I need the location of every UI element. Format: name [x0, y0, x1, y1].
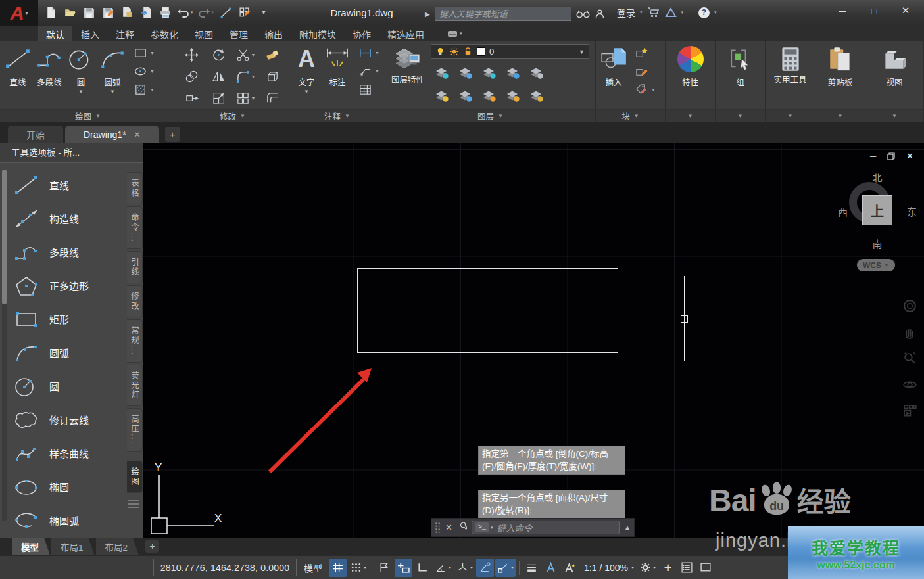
- snap-tracking-toggle[interactable]: [476, 559, 494, 577]
- open-button[interactable]: [62, 4, 77, 21]
- panel-footer-properties[interactable]: ▼: [666, 109, 715, 122]
- file-tab-start[interactable]: 开始: [8, 126, 63, 143]
- palette-tab-leaders[interactable]: 引线: [127, 251, 143, 283]
- erase-button[interactable]: [266, 48, 280, 62]
- command-input[interactable]: >_▾ 键入命令: [472, 521, 620, 534]
- palette-tab-fluorescent[interactable]: 荧光灯: [127, 365, 143, 407]
- palette-tab-modify[interactable]: 修改: [127, 285, 143, 317]
- help-icon[interactable]: ?: [698, 7, 710, 18]
- move-button[interactable]: [185, 48, 199, 62]
- user-icon[interactable]: [595, 6, 605, 22]
- tool-palette-header[interactable]: 工具选项板 - 所...: [0, 143, 143, 163]
- viewcube-west-label[interactable]: 西: [838, 204, 848, 218]
- palette-item-polyline[interactable]: 多段线: [12, 235, 116, 269]
- polar-tracking-toggle[interactable]: ▾: [433, 559, 453, 577]
- palette-tab-high-voltage[interactable]: 高压...: [127, 408, 143, 451]
- panel-footer-layers[interactable]: 图层▼: [385, 109, 595, 122]
- workspace-button[interactable]: [237, 4, 252, 21]
- palette-tabs-grip[interactable]: [128, 500, 139, 509]
- insert-button[interactable]: 插入: [598, 43, 629, 89]
- infer-constraints-toggle[interactable]: [376, 559, 393, 577]
- text-button[interactable]: A文字▼: [291, 43, 322, 95]
- palette-item-elliptical-arc[interactable]: 椭圆弧: [12, 503, 116, 537]
- ribbon-tab-featured[interactable]: 精选应用: [379, 26, 432, 41]
- layer-match-button[interactable]: [458, 65, 473, 82]
- annotation-autoscale-toggle[interactable]: [561, 559, 579, 577]
- help-search-input[interactable]: [435, 7, 571, 21]
- viewcube-top-face[interactable]: 上: [862, 195, 892, 225]
- layer-lock-button[interactable]: [506, 65, 520, 82]
- palette-scrollbar-thumb[interactable]: [2, 170, 7, 304]
- layout-tab-layout2[interactable]: 布局2: [96, 538, 139, 555]
- utilities-button[interactable]: 实用工具: [770, 43, 811, 86]
- palette-item-line[interactable]: 直线: [12, 168, 116, 202]
- qat-more-button[interactable]: ▼: [256, 4, 271, 21]
- dropdown-caret-icon[interactable]: ▼: [150, 51, 155, 55]
- palette-tab-draw[interactable]: 绘图: [127, 461, 143, 493]
- panel-footer-modify[interactable]: 修改▼: [176, 109, 289, 122]
- panel-footer-draw[interactable]: 绘图▼: [0, 109, 176, 122]
- stretch-button[interactable]: [185, 91, 199, 105]
- ribbon-tab-home[interactable]: 默认: [38, 26, 72, 41]
- layer-select-caret-icon[interactable]: ▼: [579, 49, 585, 55]
- isometric-toggle[interactable]: ▾: [454, 559, 475, 577]
- drawing-close-button[interactable]: ✕: [906, 151, 913, 161]
- panel-footer-block[interactable]: 块▼: [596, 109, 665, 122]
- app-store-cart-icon[interactable]: [647, 5, 660, 20]
- table-button[interactable]: [358, 83, 379, 97]
- palette-item-arc[interactable]: 圆弧: [12, 336, 116, 369]
- arc-button[interactable]: 圆弧▼: [97, 43, 128, 95]
- layer-thaw-button[interactable]: [482, 88, 497, 105]
- command-prompt-icon[interactable]: >_▾: [475, 522, 493, 532]
- dropdown-caret-icon[interactable]: ▼: [150, 69, 155, 74]
- new-drawing-tab-button[interactable]: +: [165, 127, 180, 142]
- customization-button[interactable]: [678, 559, 696, 577]
- dropdown-caret-icon[interactable]: ▼: [375, 51, 379, 55]
- panel-footer-annotate[interactable]: 注释▼: [289, 109, 385, 122]
- dropdown-caret-icon[interactable]: ▼: [651, 87, 656, 92]
- view-button[interactable]: 视图: [879, 43, 910, 89]
- orbit-icon[interactable]: [902, 377, 917, 392]
- polyline-button[interactable]: 多段线: [34, 43, 65, 95]
- panel-footer-group[interactable]: ▼: [716, 109, 765, 122]
- command-tools-wrench-icon[interactable]: [457, 521, 467, 534]
- dropdown-caret-icon[interactable]: ▼: [251, 53, 256, 57]
- leader-button[interactable]: ▼: [358, 64, 379, 78]
- scale-button[interactable]: [212, 91, 226, 105]
- palette-scrollbar[interactable]: [2, 170, 7, 521]
- file-tab-drawing1[interactable]: Drawing1* ✕: [65, 126, 159, 143]
- palette-tab-tables[interactable]: 表格: [127, 172, 143, 204]
- panel-footer-view[interactable]: ▼: [865, 109, 923, 122]
- dropdown-caret-icon[interactable]: ▾: [449, 565, 451, 570]
- fillet-button[interactable]: ▼: [236, 70, 256, 83]
- object-snap-toggle[interactable]: ▾: [495, 559, 516, 577]
- properties-button[interactable]: 特性: [675, 43, 706, 89]
- ribbon-tab-output[interactable]: 输出: [256, 26, 291, 41]
- line-button[interactable]: 直线: [2, 43, 34, 95]
- redo-button[interactable]: ▾: [198, 4, 214, 21]
- a360-caret-icon[interactable]: ▾: [681, 10, 684, 15]
- steering-wheel-icon[interactable]: [902, 298, 917, 313]
- rectangle-button[interactable]: ▼: [134, 46, 155, 60]
- command-grip-icon[interactable]: [435, 522, 441, 534]
- page-copy-button[interactable]: [120, 4, 134, 21]
- command-close-icon[interactable]: ✕: [445, 522, 452, 532]
- trim-button[interactable]: ▼: [236, 48, 256, 62]
- annotation-visibility-toggle[interactable]: [542, 559, 560, 577]
- clipboard-button[interactable]: 剪贴板: [825, 43, 856, 89]
- command-history-icon[interactable]: ▲: [624, 524, 631, 531]
- ellipse-button[interactable]: ▼: [134, 64, 155, 78]
- dropdown-caret-icon[interactable]: ▾: [364, 565, 366, 570]
- layer-select[interactable]: 0 ▼: [431, 44, 589, 59]
- ortho-toggle[interactable]: [414, 559, 431, 577]
- block-create-button[interactable]: [635, 46, 656, 60]
- dimension-button[interactable]: 标注: [322, 43, 353, 95]
- layout-tab-layout1[interactable]: 布局1: [51, 538, 95, 555]
- drawing-restore-button[interactable]: [887, 152, 895, 160]
- palette-item-xline[interactable]: 构造线: [12, 202, 116, 235]
- save-as-button[interactable]: [101, 4, 115, 21]
- drawing-minimize-button[interactable]: ─: [870, 151, 876, 161]
- layer-unlock-button[interactable]: [506, 88, 520, 105]
- dropdown-caret-icon[interactable]: ▾: [511, 565, 514, 570]
- minimize-button[interactable]: ─: [827, 1, 858, 20]
